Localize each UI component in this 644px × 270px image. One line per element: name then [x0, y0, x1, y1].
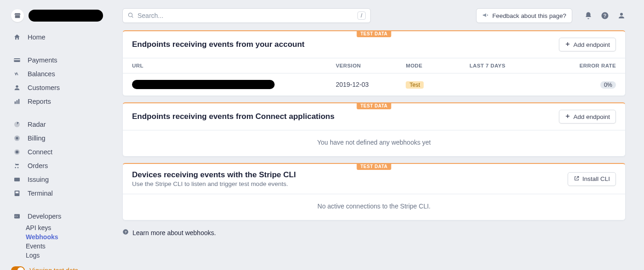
store-icon: [11, 9, 24, 22]
cell-version: 2019-12-03: [336, 81, 406, 88]
external-link-icon: [574, 175, 580, 183]
empty-state-message: No active connections to the Stripe CLI.: [123, 194, 625, 220]
add-endpoint-button[interactable]: Add endpoint: [559, 110, 616, 124]
toggle-on-icon[interactable]: [11, 266, 25, 270]
account-name-redacted: [29, 10, 103, 22]
connect-endpoints-card: TEST DATA Endpoints receiving events fro…: [122, 102, 626, 157]
col-url: URL: [132, 63, 336, 68]
account-endpoints-card: TEST DATA Endpoints receiving events fro…: [122, 30, 626, 96]
test-data-chip: TEST DATA: [356, 103, 391, 109]
profile-icon[interactable]: [617, 11, 626, 20]
sidebar-sub-events[interactable]: Events: [0, 242, 110, 251]
col-error-rate: ERROR RATE: [552, 63, 616, 68]
svg-rect-3: [15, 101, 16, 104]
table-row[interactable]: 2019-12-03 Test 0%: [123, 73, 625, 96]
terminal-icon: [13, 189, 21, 197]
sidebar-item-reports[interactable]: Reports: [0, 95, 110, 108]
col-mode: MODE: [406, 63, 469, 68]
sidebar-item-label: Orders: [28, 162, 48, 169]
svg-point-18: [620, 13, 623, 16]
svg-text:?: ?: [125, 230, 127, 234]
sidebar-item-connect[interactable]: Connect: [0, 145, 110, 159]
feedback-button[interactable]: Feedback about this page?: [476, 8, 572, 23]
search-input[interactable]: [138, 12, 357, 19]
error-rate-pill: 0%: [600, 81, 616, 89]
mode-badge: Test: [406, 81, 424, 89]
svg-rect-11: [14, 178, 20, 181]
sidebar-item-label: Payments: [28, 56, 57, 64]
sidebar-item-label: Issuing: [28, 176, 49, 183]
main-content: / Feedback about this page? ? TEST DATA …: [110, 0, 644, 270]
sidebar-sub-webhooks[interactable]: Webhooks: [0, 232, 110, 242]
test-mode-indicator[interactable]: Viewing test data: [0, 262, 110, 270]
sidebar-item-label: Developers: [28, 213, 61, 220]
test-mode-label: Viewing test data: [29, 267, 78, 270]
sidebar: Home Payments Balances Customers Reports: [0, 0, 110, 270]
feedback-label: Feedback about this page?: [492, 12, 566, 19]
test-data-chip: TEST DATA: [356, 163, 391, 170]
svg-point-2: [16, 85, 18, 88]
sidebar-item-radar[interactable]: Radar: [0, 118, 110, 131]
sidebar-item-balances[interactable]: Balances: [0, 67, 110, 81]
card-subtitle: Use the Stripe CLI to listen and trigger…: [132, 180, 296, 187]
svg-rect-4: [17, 100, 18, 104]
svg-point-15: [128, 13, 132, 17]
search-shortcut-key: /: [357, 11, 366, 20]
card-title: Endpoints receiving events from your acc…: [132, 40, 305, 49]
issuing-icon: [13, 175, 21, 184]
customers-icon: [13, 84, 21, 92]
sidebar-item-label: Connect: [28, 148, 52, 156]
card-title: Devices receiving events with the Stripe…: [132, 170, 296, 180]
endpoint-url-redacted: [132, 80, 275, 89]
question-circle-icon: ?: [122, 229, 129, 236]
col-last-7-days: LAST 7 DAYS: [470, 63, 552, 68]
help-icon[interactable]: ?: [601, 11, 609, 20]
sidebar-item-label: Terminal: [28, 190, 53, 197]
sidebar-item-customers[interactable]: Customers: [0, 81, 110, 95]
sidebar-item-label: Radar: [28, 121, 46, 128]
install-cli-button[interactable]: Install CLI: [568, 172, 616, 186]
sidebar-item-label: Home: [28, 34, 46, 41]
connect-icon: [13, 148, 21, 156]
sidebar-item-home[interactable]: Home: [0, 30, 110, 44]
search-icon: [127, 12, 134, 20]
bell-icon[interactable]: [584, 11, 592, 20]
learn-more-link[interactable]: ? Learn more about webhooks.: [122, 227, 626, 236]
payments-icon: [13, 56, 21, 64]
sidebar-item-orders[interactable]: Orders: [0, 159, 110, 173]
svg-text:?: ?: [604, 13, 606, 18]
learn-more-text: Learn more about webhooks.: [132, 229, 216, 236]
sidebar-item-terminal[interactable]: Terminal: [0, 186, 110, 200]
button-label: Install CLI: [582, 175, 610, 182]
plus-icon: [565, 113, 570, 120]
top-bar: / Feedback about this page? ?: [122, 7, 626, 24]
sidebar-item-label: Customers: [28, 84, 60, 91]
table-header: URL VERSION MODE LAST 7 DAYS ERROR RATE: [123, 58, 625, 73]
reports-icon: [13, 97, 21, 106]
sidebar-item-billing[interactable]: Billing: [0, 131, 110, 145]
developers-icon: [13, 212, 21, 220]
billing-icon: [13, 134, 21, 142]
sidebar-item-issuing[interactable]: Issuing: [0, 173, 110, 186]
svg-point-8: [16, 137, 18, 139]
search-box[interactable]: /: [122, 8, 371, 23]
cli-devices-card: TEST DATA Devices receiving events with …: [122, 163, 626, 220]
svg-rect-1: [14, 59, 20, 60]
empty-state-message: You have not defined any webhooks yet: [123, 130, 625, 156]
svg-rect-5: [18, 99, 20, 104]
sidebar-item-payments[interactable]: Payments: [0, 53, 110, 67]
sidebar-sub-api-keys[interactable]: API keys: [0, 223, 110, 232]
sidebar-item-label: Billing: [28, 135, 46, 142]
col-version: VERSION: [336, 63, 406, 68]
card-title: Endpoints receiving events from Connect …: [132, 112, 334, 121]
sidebar-item-developers[interactable]: Developers: [0, 209, 110, 223]
sidebar-sub-logs[interactable]: Logs: [0, 251, 110, 260]
account-switcher[interactable]: [0, 7, 110, 28]
button-label: Add endpoint: [573, 41, 610, 48]
orders-icon: [13, 162, 21, 170]
plus-icon: [565, 41, 570, 48]
svg-point-10: [16, 151, 19, 154]
balances-icon: [13, 70, 21, 78]
button-label: Add endpoint: [573, 113, 610, 120]
add-endpoint-button[interactable]: Add endpoint: [559, 38, 616, 51]
